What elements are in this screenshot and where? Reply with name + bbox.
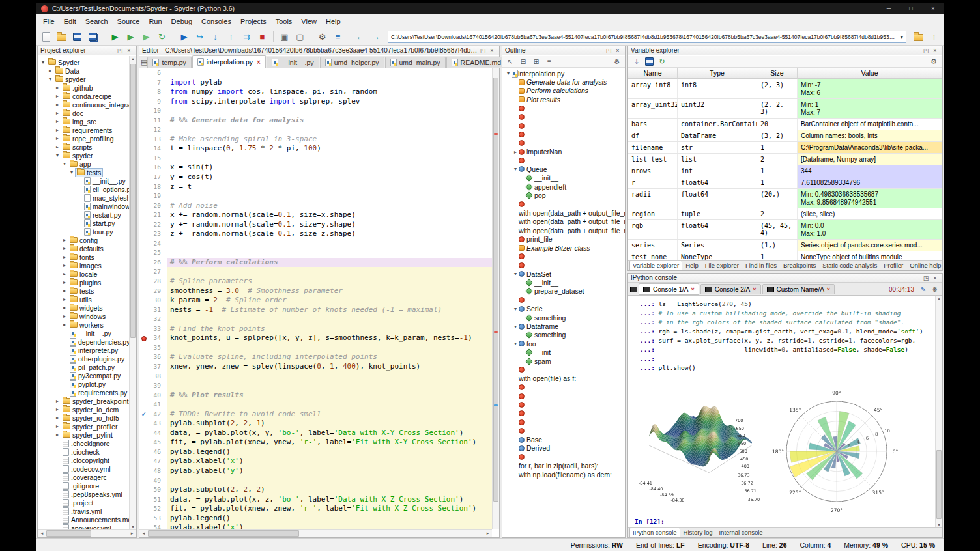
outline-item[interactable]: with open(data_path + output_file_n...	[502, 226, 625, 234]
editor-tab[interactable]: __init__.py	[267, 57, 319, 68]
outline-item[interactable]: for r, bar in zip(radii, bars):	[502, 462, 625, 470]
tree-arrow-icon[interactable]: ▸	[61, 262, 68, 268]
outline-item[interactable]: ▾Serie	[502, 305, 625, 313]
variable-row[interactable]: test_noneNoneType1NoneType object of bui…	[628, 251, 942, 260]
forward-button[interactable]: →	[368, 30, 383, 44]
variable-row[interactable]: array_uint32uint32(2, 2, 3)Min: 1 Max: 7	[628, 99, 942, 119]
show-all-icon[interactable]: ≡	[543, 58, 555, 65]
outline-item[interactable]	[502, 200, 625, 208]
tab-history-log[interactable]: History log	[680, 528, 716, 537]
save-button[interactable]	[70, 30, 85, 44]
run-cell-button[interactable]: ▶	[123, 30, 138, 44]
outline-item[interactable]	[502, 453, 625, 461]
tree-item[interactable]: ▸continuous_integration	[38, 100, 129, 109]
open-file-button[interactable]	[54, 30, 69, 44]
preferences-button[interactable]: ⚙	[315, 30, 330, 44]
outline-item[interactable]: print_file	[502, 234, 625, 243]
tree-item[interactable]: ▸utils	[38, 295, 129, 304]
collapse-all-icon[interactable]: ⊟	[517, 58, 529, 65]
tab-internal-console[interactable]: Internal console	[715, 528, 766, 537]
tree-item[interactable]: mac_stylesheet.qss	[38, 193, 129, 202]
scroll-right-icon[interactable]: ▸	[128, 531, 136, 536]
outline-item[interactable]: prepare_dataset	[502, 287, 625, 296]
scroll-right-icon[interactable]: ▸	[483, 531, 492, 536]
close-pane-icon[interactable]: ×	[613, 48, 622, 54]
console-tab[interactable]: Console 2/A×	[700, 284, 761, 294]
console-vertical-scrollbar[interactable]: ▴ ▾	[935, 296, 942, 527]
tree-arrow-icon[interactable]: ▸	[61, 237, 68, 243]
tree-arrow-icon[interactable]: ▸	[61, 271, 68, 277]
tree-item[interactable]: dependencies.py	[38, 337, 129, 346]
outline-item[interactable]: ▾foo	[502, 339, 625, 348]
tree-item[interactable]: start.py	[38, 219, 129, 227]
tree-arrow-icon[interactable]: ▸	[54, 423, 61, 429]
tree-item[interactable]: ▸defaults	[38, 244, 129, 253]
tree-item[interactable]: pil_patch.py	[38, 363, 129, 371]
tree-item[interactable]: .ciocheck	[38, 447, 129, 456]
tree-arrow-icon[interactable]: ▸	[54, 398, 61, 404]
menu-consoles[interactable]: Consoles	[197, 14, 236, 29]
tree-arrow-icon[interactable]: ▸	[54, 93, 61, 99]
working-directory-combo[interactable]: C:\Users\TestUser\Downloads\16740156420f…	[388, 31, 906, 43]
outline-item[interactable]	[502, 427, 625, 435]
tree-arrow-icon[interactable]: ▸	[61, 322, 68, 328]
tree-arrow-icon[interactable]: ▸	[54, 102, 61, 107]
tree-item[interactable]: .coveragerc	[38, 473, 129, 481]
tree-arrow-icon[interactable]: ▸	[61, 296, 68, 302]
fullscreen-button[interactable]: ▢	[293, 30, 308, 44]
outline-item[interactable]: ▸imputerNan	[502, 148, 625, 156]
column-header-value[interactable]: Value	[798, 68, 942, 79]
tab-breakpoints[interactable]: Breakpoints	[780, 261, 819, 270]
tree-item[interactable]: ▸fonts	[38, 253, 129, 261]
tree-arrow-icon[interactable]: ▸	[54, 415, 61, 421]
options-gear-icon[interactable]: ⚙	[611, 58, 623, 65]
outline-item[interactable]: appendleft	[502, 182, 625, 191]
tree-arrow-icon[interactable]: ▸	[512, 149, 519, 155]
outline-item[interactable]: something	[502, 331, 625, 339]
outline-item[interactable]	[502, 261, 625, 270]
tree-item[interactable]: __init__.py	[38, 177, 129, 185]
column-header-size[interactable]: Size	[757, 68, 798, 79]
menu-run[interactable]: Run	[144, 14, 166, 29]
save-data-icon[interactable]	[645, 57, 654, 66]
tree-item[interactable]: ▸rope_profiling	[38, 134, 129, 143]
tree-item[interactable]: .project	[38, 498, 129, 507]
step-into-button[interactable]: ↓	[208, 30, 223, 44]
console-output[interactable]: ...: ls = LightSource(270, 45)...: # To …	[628, 296, 935, 527]
scroll-left-icon[interactable]: ◂	[38, 531, 46, 536]
tree-item[interactable]: ▾tests	[38, 168, 129, 177]
variable-row[interactable]: filenamestr1C:\ProgramData\Anaconda3\lib…	[628, 142, 942, 154]
tab-find-in-files[interactable]: Find in files	[742, 261, 780, 270]
outline-item[interactable]: with np.load(filename) as dem:	[502, 470, 625, 479]
menu-help[interactable]: Help	[321, 14, 345, 29]
tree-item[interactable]: ▸spyder_breakpoints	[38, 397, 129, 405]
tree-arrow-icon[interactable]: ▸	[61, 288, 68, 294]
options-gear-icon[interactable]: ⚙	[930, 286, 940, 293]
outline-item[interactable]: with open(data_path + output_file_n...	[502, 218, 625, 226]
tree-item[interactable]: otherplugins.py	[38, 354, 129, 363]
tree-arrow-icon[interactable]: ▾	[512, 306, 519, 312]
tree-item[interactable]: ▸conda.recipe	[38, 92, 129, 100]
outline-item[interactable]	[502, 296, 625, 304]
close-tab-icon[interactable]: ×	[753, 286, 756, 292]
close-button[interactable]: ×	[922, 3, 944, 14]
tree-item[interactable]: cli_options.py	[38, 185, 129, 193]
tree-arrow-icon[interactable]: ▾	[512, 341, 519, 346]
tree-item[interactable]: ▸plugins	[38, 278, 129, 287]
menu-debug[interactable]: Debug	[167, 14, 197, 29]
tree-arrow-icon[interactable]: ▸	[61, 246, 68, 251]
tree-arrow-icon[interactable]: ▸	[54, 135, 61, 141]
console-tab[interactable]: Custom Name/A×	[762, 284, 835, 294]
console-list-icon[interactable]	[630, 287, 637, 292]
new-file-button[interactable]	[38, 30, 53, 44]
tree-arrow-icon[interactable]: ▸	[54, 110, 61, 116]
tree-arrow-icon[interactable]: ▾	[40, 59, 46, 65]
chevron-down-icon[interactable]: ▾	[897, 34, 903, 40]
variable-row[interactable]: dfDataFrame(3, 2)Column names: bools, in…	[628, 130, 942, 142]
outline-item[interactable]	[502, 104, 625, 113]
editor-tab[interactable]: umd_main.py	[385, 57, 446, 68]
tree-arrow-icon[interactable]: ▸	[54, 144, 61, 150]
outline-item[interactable]	[502, 121, 625, 130]
outline-item[interactable]: something	[502, 313, 625, 322]
continue-button[interactable]: ⇉	[239, 30, 254, 44]
